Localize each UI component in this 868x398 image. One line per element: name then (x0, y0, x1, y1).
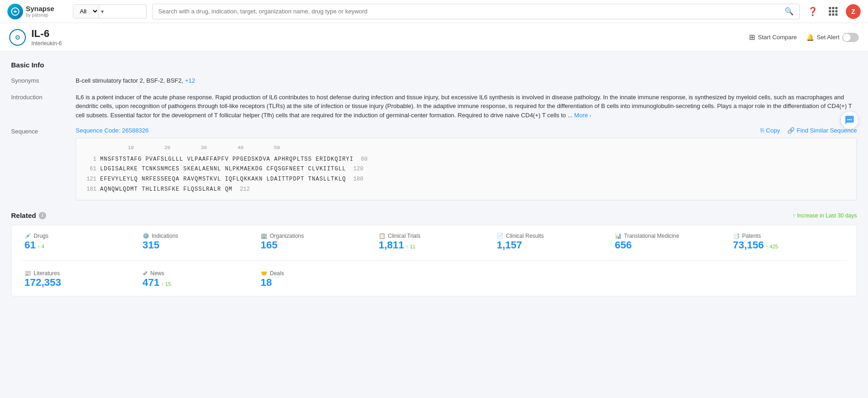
news-increase: ↑ 15 (161, 281, 171, 287)
chevron-right-icon: › (589, 113, 591, 118)
deals-value: 18 (261, 277, 371, 289)
drugs-label: 💉 Drugs (24, 233, 135, 239)
clinical-trials-label: 📋 Clinical Trials (379, 233, 489, 239)
organizations-label: 🏢 Organizations (261, 233, 371, 239)
chevron-down-icon: ▾ (99, 8, 106, 15)
sequence-content: Sequence Code: 26588326 ⎘ Copy 🔗 Find Si… (76, 127, 857, 200)
related-item-news[interactable]: 🗞 News 471 ↑ 15 (139, 270, 257, 289)
alert-toggle[interactable] (842, 33, 859, 42)
clinical-trials-icon: 📋 (379, 233, 386, 239)
search-filter-dropdown[interactable]: All ▾ (73, 4, 147, 18)
search-input[interactable] (158, 8, 785, 15)
svg-point-3 (850, 119, 852, 121)
chat-bubble[interactable] (840, 111, 859, 129)
literatures-value: 172,353 (24, 277, 135, 289)
related-item-organizations[interactable]: 🏢 Organizations 165 (257, 233, 375, 251)
compare-icon: ⊞ (749, 33, 755, 42)
help-button[interactable]: ❓ (805, 4, 820, 19)
seq-line-4: 181 AQNQWLQDMT THLILRSFKE FLQSSLRALR QM … (83, 185, 849, 195)
start-compare-button[interactable]: ⊞ Start Compare (749, 33, 797, 42)
introduction-text: IL6 is a potent inducer of the acute pha… (76, 93, 857, 120)
search-button[interactable]: 🔍 (785, 7, 794, 16)
header-actions: ❓ Z (805, 4, 861, 19)
increase-text: ↑ Increase in Last 30 days (792, 212, 857, 219)
entity-info: ⚙ IL-6 Interleukin-6 (9, 28, 62, 47)
related-item-clinical-trials[interactable]: 📋 Clinical Trials 1,811 ↑ 11 (375, 233, 493, 251)
organizations-icon: 🏢 (261, 233, 268, 239)
related-item-translational-medicine[interactable]: 📊 Translational Medicine 656 (611, 233, 729, 251)
deals-label: 🤝 Deals (261, 270, 371, 277)
clinical-results-label: 📄 Clinical Results (497, 233, 607, 239)
sequence-label: Sequence (11, 127, 66, 135)
related-item-literatures[interactable]: 📰 Literatures 172,353 (21, 270, 139, 289)
indications-icon: ⚙️ (143, 233, 149, 239)
grid-icon (829, 7, 838, 16)
main-header: Synapse by patsnap All ▾ 🔍 ❓ Z (0, 0, 868, 23)
related-section: Related i ↑ Increase in Last 30 days 💉 D… (11, 211, 857, 296)
logo-text: Synapse by patsnap (26, 5, 54, 18)
search-bar[interactable]: 🔍 (152, 4, 800, 19)
synonyms-value: B-cell stimulatory factor 2, BSF-2, BSF2… (76, 76, 857, 85)
sequence-ruler: 10 20 30 40 50 (97, 144, 849, 153)
logo-icon (7, 4, 23, 19)
related-item-indications[interactable]: ⚙️ Indications 315 (139, 233, 257, 251)
related-header: Related i ↑ Increase in Last 30 days (11, 211, 857, 219)
synonyms-row: Synonyms B-cell stimulatory factor 2, BS… (11, 76, 857, 85)
alert-toggle-area: 🔔 Set Alert (806, 33, 859, 42)
filter-select[interactable]: All (73, 5, 99, 18)
introduction-label: Introduction (11, 93, 66, 120)
related-item-deals[interactable]: 🤝 Deals 18 (257, 270, 375, 289)
entity-title-group: IL-6 Interleukin-6 (31, 28, 62, 47)
svg-point-1 (847, 119, 849, 121)
user-avatar-button[interactable]: Z (846, 4, 861, 19)
translational-medicine-value: 656 (615, 239, 725, 251)
deals-icon: 🤝 (261, 270, 268, 277)
find-similar-icon: 🔗 (787, 127, 795, 134)
indications-value: 315 (143, 239, 253, 251)
clinical-trials-increase: ↑ 11 (406, 244, 416, 249)
related-item-patents[interactable]: 📑 Patents 73,156 ↑ 425 (729, 233, 847, 251)
synonyms-label: Synonyms (11, 76, 66, 85)
clinical-results-value: 1,157 (497, 239, 607, 251)
literatures-icon: 📰 (24, 270, 31, 277)
synonyms-more-link[interactable]: +12 (185, 77, 195, 84)
copy-icon: ⎘ (761, 127, 764, 134)
drugs-icon: 💉 (24, 233, 31, 239)
literatures-label: 📰 Literatures (24, 270, 135, 277)
entity-title: IL-6 (31, 28, 62, 40)
news-label: 🗞 News (143, 270, 253, 277)
indications-label: ⚙️ Indications (143, 233, 253, 239)
seq-line-2: 61 LDGISALRKE TCNKSNMCES SKEALAENNL NLPK… (83, 164, 849, 175)
introduction-more-link[interactable]: More (574, 112, 588, 119)
seq-line-3: 121 EFEVYLEYLQ NRFESSEEQA RAVQMSTKVL IQF… (83, 175, 849, 185)
drugs-increase: ↑ 4 (37, 244, 44, 249)
sequence-row: Sequence Sequence Code: 26588326 ⎘ Copy … (11, 127, 857, 200)
news-icon: 🗞 (143, 270, 148, 277)
introduction-row: Introduction IL6 is a potent inducer of … (11, 93, 857, 120)
entity-header: ⚙ IL-6 Interleukin-6 ⊞ Start Compare 🔔 S… (0, 23, 868, 52)
main-content: Basic Info Synonyms B-cell stimulatory f… (0, 52, 868, 398)
patents-increase: ↑ 425 (766, 244, 778, 249)
news-value: 471 ↑ 15 (143, 277, 253, 289)
patents-icon: 📑 (733, 233, 740, 239)
copy-button[interactable]: ⎘ Copy (761, 127, 780, 134)
translational-medicine-label: 📊 Translational Medicine (615, 233, 725, 239)
basic-info-title: Basic Info (11, 61, 857, 69)
organizations-value: 165 (261, 239, 371, 251)
entity-settings-icon: ⚙ (9, 29, 26, 46)
related-item-clinical-results[interactable]: 📄 Clinical Results 1,157 (493, 233, 611, 251)
logo-area: Synapse by patsnap (7, 4, 67, 19)
entity-subtitle: Interleukin-6 (31, 40, 62, 47)
related-title: Related i (11, 211, 46, 219)
alert-bell-icon: 🔔 (806, 34, 814, 41)
related-info-icon: i (39, 212, 46, 219)
related-card: 💉 Drugs 61 ↑ 4 ⚙️ Indications 315 (11, 225, 857, 296)
chat-icon (844, 115, 855, 125)
clinical-trials-value: 1,811 ↑ 11 (379, 239, 489, 251)
related-item-drugs[interactable]: 💉 Drugs 61 ↑ 4 (21, 233, 139, 251)
apps-button[interactable] (826, 4, 840, 19)
sequence-code-link[interactable]: Sequence Code: 26588326 (76, 127, 149, 134)
toggle-knob (843, 34, 850, 41)
translational-medicine-icon: 📊 (615, 233, 622, 239)
clinical-results-icon: 📄 (497, 233, 504, 239)
